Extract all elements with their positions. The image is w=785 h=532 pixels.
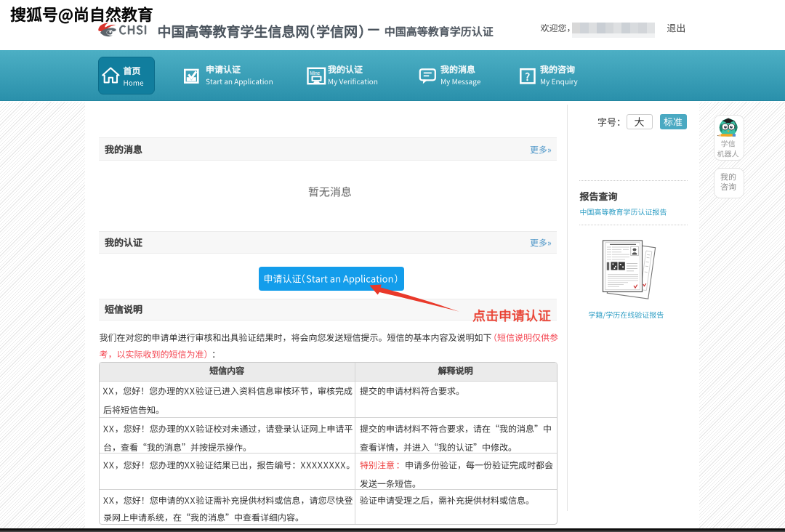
svg-text:Mine: Mine xyxy=(310,70,320,76)
